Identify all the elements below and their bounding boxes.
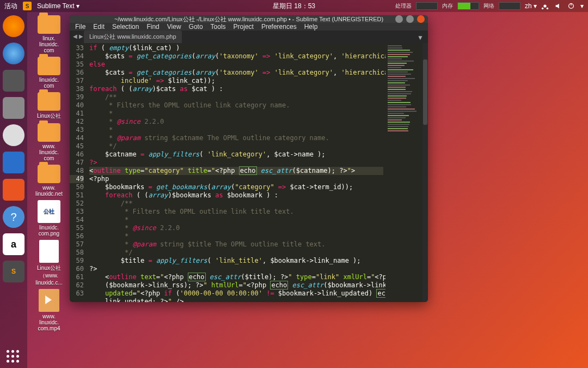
software-icon[interactable]	[3, 179, 24, 201]
scrollbar[interactable]	[422, 43, 428, 302]
libreoffice-icon[interactable]	[3, 152, 24, 173]
chevron-down-icon[interactable]: ▾	[580, 2, 584, 10]
window-title: ~/www.linuxidc.com/Linux公社 -/Linux公社 www…	[114, 15, 383, 23]
disk-icon[interactable]	[3, 124, 24, 146]
desktop-icon[interactable]: Linux公社 （www. linuxidc.c...	[32, 240, 66, 286]
tabbar: ◀ ▶ Linux公社 www.linuxidc.com.php ▼	[70, 31, 428, 43]
camera-icon[interactable]	[3, 70, 24, 92]
desktop-icon-label: www. linuxidc. com.mp4	[32, 313, 66, 331]
desktop-icon-label: www. linuxidc. com	[32, 143, 66, 161]
menu-tools[interactable]: Tools	[211, 23, 226, 31]
top-panel: 活动 S Sublime Text ▾ 星期日 18：53 处理器 内存 网络 …	[0, 0, 588, 12]
desktop-icon-label: Linux公社 （www. linuxidc.c...	[32, 264, 66, 286]
menu-find[interactable]: Find	[146, 23, 159, 31]
titlebar[interactable]: ~/www.linuxidc.com/Linux公社 -/Linux公社 www…	[70, 15, 428, 23]
activities-button[interactable]: 活动	[4, 2, 17, 11]
net-label: 网络	[483, 2, 494, 10]
sublime-icon[interactable]: S	[3, 261, 24, 282]
app-icon: S	[23, 2, 32, 10]
desktop-icons: linux. linuxidc. comlinuxidc. comLinux公社…	[32, 15, 70, 335]
desktop-icon-label: Linux公社	[32, 112, 66, 120]
ime-indicator[interactable]: zh ▾	[525, 2, 537, 10]
tab-nav-arrows[interactable]: ◀ ▶	[73, 33, 83, 39]
svg-rect-4	[571, 3, 571, 5]
desktop-icon[interactable]: www. linuxidc.net	[32, 165, 66, 197]
menu-view[interactable]: View	[167, 23, 181, 31]
desktop-icon-label: linuxidc. com.png	[32, 225, 66, 237]
desktop-icon-label: linux. linuxidc. com	[32, 35, 66, 53]
scrollbar-thumb[interactable]	[423, 59, 427, 125]
svg-point-2	[547, 8, 549, 10]
power-icon[interactable]	[567, 2, 575, 10]
desktop-icon[interactable]: 公社linuxidc. com.png	[32, 200, 66, 237]
desktop-icon[interactable]: linuxidc. com	[32, 57, 66, 89]
mem-label: 内存	[442, 2, 453, 10]
line-gutter[interactable]: 3334353637383940414243444546474849505152…	[70, 43, 87, 302]
files-icon[interactable]	[3, 97, 24, 119]
network-icon[interactable]	[541, 2, 549, 10]
cpu-label: 处理器	[395, 2, 412, 10]
close-button[interactable]	[417, 15, 425, 23]
menu-selection[interactable]: Selection	[112, 23, 139, 31]
thunderbird-icon[interactable]	[3, 43, 24, 64]
launcher-dock: ? a S	[0, 12, 27, 368]
svg-point-1	[542, 8, 544, 10]
menu-file[interactable]: File	[75, 23, 85, 31]
mem-meter	[457, 2, 479, 10]
tab-dropdown-icon[interactable]: ▼	[417, 34, 424, 41]
minimize-button[interactable]	[395, 15, 403, 23]
maximize-button[interactable]	[406, 15, 414, 23]
editor-area: 3334353637383940414243444546474849505152…	[70, 43, 428, 302]
desktop-icon[interactable]: Linux公社	[32, 92, 66, 120]
firefox-icon[interactable]	[3, 15, 24, 37]
show-apps-button[interactable]	[7, 350, 19, 363]
menu-help[interactable]: Help	[304, 23, 318, 31]
svg-point-0	[543, 4, 546, 7]
amazon-icon[interactable]: a	[3, 233, 24, 255]
menu-preferences[interactable]: Preferences	[261, 23, 297, 31]
desktop-icon-label: linuxidc. com	[32, 77, 66, 89]
menu-goto[interactable]: Goto	[189, 23, 203, 31]
volume-icon[interactable]	[554, 2, 562, 10]
clock[interactable]: 星期日 18：53	[273, 2, 315, 11]
desktop-icon-label: www. linuxidc.net	[32, 185, 66, 197]
menu-edit[interactable]: Edit	[93, 23, 105, 31]
cpu-meter	[416, 2, 438, 10]
help-icon[interactable]: ?	[3, 206, 24, 228]
code-area[interactable]: if ( empty($link_cat) ) $cats = get_cate…	[87, 43, 385, 302]
minimap[interactable]	[385, 43, 422, 302]
app-menu[interactable]: Sublime Text ▾	[37, 2, 79, 10]
desktop-icon[interactable]: linux. linuxidc. com	[32, 15, 66, 53]
menu-project[interactable]: Project	[234, 23, 254, 31]
net-meter	[499, 2, 520, 10]
menubar: FileEditSelectionFindViewGotoToolsProjec…	[70, 23, 428, 31]
desktop-icon[interactable]: www. linuxidc. com.mp4	[32, 289, 66, 331]
sublime-window: ~/www.linuxidc.com/Linux公社 -/Linux公社 www…	[70, 15, 428, 302]
editor-tab[interactable]: Linux公社 www.linuxidc.com.php	[84, 31, 182, 43]
desktop-icon[interactable]: www. linuxidc. com	[32, 123, 66, 161]
